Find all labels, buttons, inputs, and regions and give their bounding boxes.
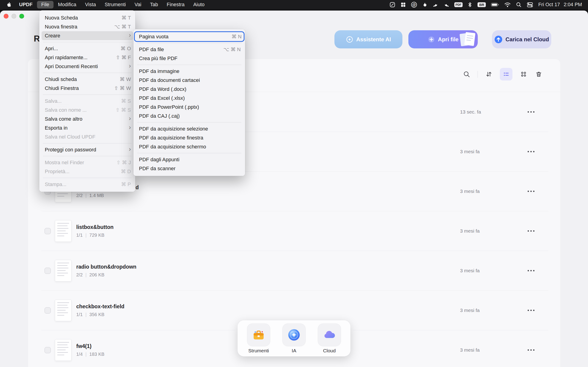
upload-cloud-button[interactable]: Carica nel Cloud [492, 30, 551, 48]
menu-item-label: PDF da Excel (.xlsx) [139, 95, 241, 101]
dock-item-label: IA [292, 348, 296, 353]
file-menu-item[interactable]: Proteggi con password› [42, 145, 133, 154]
create-submenu-item[interactable]: PDF da scanner [136, 164, 243, 173]
chevron-right-icon: › [129, 32, 131, 38]
plus-circle-icon [428, 36, 435, 43]
menubar-menu-vai[interactable]: Vai [130, 1, 146, 9]
file-menu-item[interactable]: Stampa...⌘ P [42, 180, 133, 189]
create-submenu-item[interactable]: PDF da acquisizione schermo [136, 142, 243, 151]
menubar-menu-file[interactable]: File [37, 1, 54, 9]
more-options-button[interactable] [514, 191, 548, 192]
raycast-icon[interactable] [389, 2, 395, 8]
chevron-right-icon: › [129, 146, 131, 152]
file-menu-item[interactable]: Salva come altro› [42, 115, 133, 123]
minimize-button[interactable] [11, 14, 16, 19]
spotlight-icon[interactable] [516, 2, 522, 8]
file-menu-item[interactable]: Apri rapidamente...⇧ ⌘ F [42, 53, 133, 62]
app-grid-icon[interactable] [400, 2, 406, 8]
menubar-menu-vista[interactable]: Vista [81, 1, 100, 9]
menubar-clock[interactable]: Fri Oct 17 2:04 PM [538, 2, 582, 8]
create-submenu-item[interactable]: PDF da acquisizione selezione [136, 124, 243, 133]
bird-icon[interactable] [433, 2, 439, 8]
grid-view-icon[interactable] [519, 70, 527, 78]
menubar-menu-modifica[interactable]: Modifica [53, 1, 81, 9]
create-submenu-item[interactable]: PDF da acquisizione finestra [136, 133, 243, 142]
file-timestamp: 3 mesi fa [452, 347, 514, 353]
ai-assistant-button[interactable]: Assistente AI [334, 30, 402, 48]
dock-item-cloud[interactable]: Cloud [318, 323, 341, 357]
file-row[interactable]: listbox&button1/1|729 KB3 mesi fa [41, 211, 548, 251]
wifi-icon[interactable] [504, 2, 511, 8]
menu-item-label: Salva nel Cloud UPDF [45, 134, 131, 140]
file-menu-item[interactable]: Chiudi scheda⌘ W [42, 75, 133, 84]
bluetooth-icon[interactable] [468, 2, 473, 8]
file-row[interactable]: radio button&dropdown2/2|206 KB3 mesi fa [41, 251, 548, 290]
list-view-icon[interactable] [500, 68, 512, 81]
row-checkbox[interactable] [44, 347, 51, 353]
menubar-menu-finestra[interactable]: Finestra [162, 1, 189, 9]
menubar-menu-tab[interactable]: Tab [146, 1, 162, 9]
menubar-app-name[interactable]: UPDF [15, 1, 37, 9]
dock-item-ai[interactable]: IA [282, 323, 306, 357]
open-file-button[interactable]: Apri file [408, 30, 478, 48]
clock-time: 2:04 PM [564, 2, 582, 8]
menu-item-label: Proteggi con password [45, 147, 126, 153]
file-menu-item[interactable]: Apri...⌘ O [42, 44, 133, 53]
control-center-icon[interactable] [527, 2, 533, 8]
file-menu-item[interactable]: Salva con nome ...⇧ ⌘ S [42, 106, 133, 115]
create-submenu-item[interactable]: PDF da CAJ (.caj) [136, 111, 243, 120]
create-submenu-item[interactable]: PDF da Excel (.xlsx) [136, 94, 243, 102]
create-submenu-item[interactable]: PDF da file⌥ ⌘ N [136, 45, 243, 54]
more-options-button[interactable] [514, 230, 548, 232]
menu-item-label: Apri... [45, 46, 114, 52]
create-submenu-item[interactable]: Pagina vuota⌘ N [135, 32, 244, 41]
file-menu-item[interactable]: Apri Documenti Recenti› [42, 62, 133, 71]
pdf-icon[interactable]: PDF [454, 2, 463, 8]
file-timestamp: 3 mesi fa [452, 149, 514, 154]
file-menu-item[interactable]: Salva nel Cloud UPDF [42, 132, 133, 141]
file-menu-divider [43, 42, 132, 42]
trash-icon[interactable] [535, 70, 543, 78]
more-options-button[interactable] [514, 270, 548, 271]
file-menu-item[interactable]: Mostra nel Finder⇧ ⌘ J [42, 158, 133, 167]
file-menu-item[interactable]: Salva...⌘ S [42, 97, 133, 106]
file-menu-item[interactable]: Nuova Scheda⌘ T [42, 13, 133, 22]
battery-icon[interactable] [491, 2, 499, 8]
file-menu-item[interactable]: Esporta in› [42, 123, 133, 132]
more-options-button[interactable] [514, 310, 548, 311]
file-menu-item[interactable]: Chiudi Finestra⇧ ⌘ W [42, 84, 133, 93]
create-submenu-divider [137, 43, 242, 43]
sort-icon[interactable] [485, 70, 493, 78]
zoom-button[interactable] [19, 14, 24, 19]
create-submenu-item[interactable]: PDF dagli Appunti [136, 155, 243, 164]
tools-icon [247, 323, 270, 346]
menubar-menu-aiuto[interactable]: Aiuto [189, 1, 209, 9]
at-icon[interactable]: @ [411, 2, 417, 8]
file-timestamp: 3 mesi fa [452, 189, 514, 194]
keyboard-layout-badge[interactable]: BR [477, 2, 486, 8]
create-submenu-item[interactable]: Crea più file PDF [136, 54, 243, 63]
dock-item-tools[interactable]: Strumenti [247, 323, 270, 357]
more-options-button[interactable] [514, 111, 548, 113]
menubar-menu-strumenti[interactable]: Strumenti [100, 1, 130, 9]
search-icon[interactable] [462, 70, 471, 78]
papers-illustration [457, 31, 477, 49]
menu-item-label: Stampa... [45, 181, 114, 187]
create-submenu-item[interactable]: PDF da PowerPoint (.pptx) [136, 102, 243, 111]
create-submenu-item[interactable]: PDF da Word (.docx) [136, 85, 243, 94]
dove-icon[interactable] [443, 2, 449, 8]
row-checkbox[interactable] [44, 268, 51, 274]
apple-menu-icon[interactable] [6, 2, 15, 7]
file-menu-item[interactable]: Nuova finestra⌥ ⌘ T [42, 22, 133, 31]
flame-icon[interactable] [422, 2, 428, 8]
more-options-button[interactable] [514, 151, 548, 152]
file-menu-item[interactable]: Proprietà...⌘ D [42, 167, 133, 176]
file-menu-item[interactable]: Creare› [42, 31, 133, 40]
more-options-button[interactable] [514, 349, 548, 351]
menu-item-shortcut: ⇧ ⌘ F [116, 55, 131, 60]
row-checkbox[interactable] [44, 228, 51, 234]
close-button[interactable] [4, 14, 9, 19]
row-checkbox[interactable] [44, 307, 51, 314]
create-submenu-item[interactable]: PDF da documenti cartacei [136, 76, 243, 85]
create-submenu-item[interactable]: PDF da immagine [136, 67, 243, 76]
